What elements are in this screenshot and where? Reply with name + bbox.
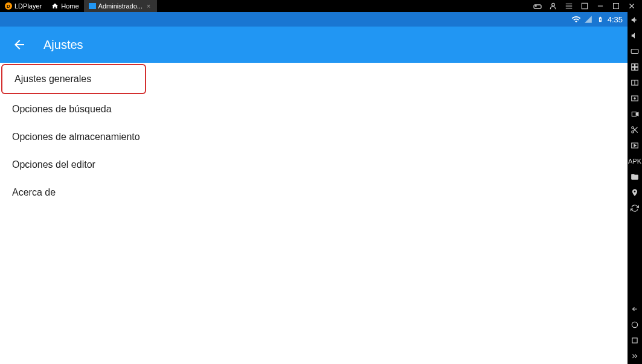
app-tab: D LDPlayer — [0, 0, 47, 12]
shared-folder-icon[interactable] — [629, 171, 640, 182]
volume-up-icon[interactable] — [629, 14, 640, 25]
svg-rect-18 — [632, 112, 636, 117]
admin-tab[interactable]: Administrado... × — [84, 0, 157, 12]
emulator-sidebar: APK — [628, 12, 642, 364]
keyboard-icon[interactable] — [629, 46, 640, 57]
back-button[interactable] — [12, 37, 27, 52]
home-tab[interactable]: Home — [47, 0, 83, 12]
battery-icon — [595, 14, 605, 24]
emulator-screen: 4:35 Ajustes Ajustes generales Opciones … — [0, 12, 628, 364]
svg-rect-4 — [582, 3, 587, 8]
statusbar-time: 4:35 — [608, 15, 623, 24]
android-statusbar: 4:35 — [0, 12, 628, 27]
app-name-label: LDPlayer — [14, 2, 42, 10]
scissors-icon[interactable] — [629, 124, 640, 135]
home-icon — [51, 2, 59, 10]
wifi-icon — [571, 14, 581, 24]
recent-nav-icon[interactable] — [629, 335, 640, 346]
home-tab-label: Home — [61, 2, 79, 10]
folder-icon — [89, 3, 96, 9]
settings-item-label: Ajustes generales — [14, 74, 91, 84]
expand-icon[interactable] — [629, 351, 640, 362]
app-toolbar: Ajustes — [0, 27, 628, 63]
settings-item-general[interactable]: Ajustes generales — [1, 64, 146, 94]
settings-item-label: Opciones de búsqueda — [12, 104, 112, 114]
svg-rect-6 — [614, 4, 619, 9]
svg-marker-25 — [634, 144, 637, 147]
svg-rect-13 — [635, 68, 638, 71]
svg-point-27 — [632, 322, 637, 327]
close-tab-icon[interactable]: × — [145, 2, 152, 10]
svg-rect-11 — [635, 64, 638, 67]
svg-rect-12 — [632, 68, 635, 71]
admin-tab-label: Administrado... — [98, 2, 143, 10]
volume-down-icon[interactable] — [629, 30, 640, 41]
back-nav-icon[interactable] — [629, 304, 640, 315]
svg-rect-10 — [632, 64, 635, 67]
maximize-icon[interactable] — [611, 1, 621, 11]
settings-item-search[interactable]: Opciones de búsqueda — [0, 95, 628, 123]
user-icon[interactable] — [548, 1, 559, 11]
settings-item-about[interactable]: Acerca de — [0, 179, 628, 206]
record-icon[interactable] — [629, 109, 640, 120]
settings-item-label: Opciones de almacenamiento — [12, 132, 140, 142]
fullscreen-icon[interactable] — [579, 1, 590, 11]
window-titlebar: D LDPlayer Home Administrado... × — [0, 0, 642, 12]
svg-marker-19 — [636, 112, 638, 116]
home-nav-icon[interactable] — [629, 319, 640, 330]
svg-point-20 — [632, 127, 634, 129]
no-sim-icon — [583, 14, 593, 24]
sync-icon[interactable] — [629, 77, 640, 88]
gamepad-icon[interactable] — [532, 1, 543, 11]
screenshot-icon[interactable] — [629, 140, 640, 151]
rotate-icon[interactable] — [629, 203, 640, 214]
svg-rect-9 — [631, 49, 638, 54]
window-controls — [532, 1, 642, 11]
macro-icon[interactable] — [629, 93, 640, 104]
ldplayer-logo-icon: D — [5, 2, 12, 10]
close-window-icon[interactable] — [626, 1, 637, 11]
install-apk-icon[interactable]: APK — [629, 156, 640, 167]
svg-point-21 — [632, 131, 634, 133]
appbar-title: Ajustes — [43, 38, 83, 52]
menu-icon[interactable] — [563, 1, 574, 11]
multi-instance-icon[interactable] — [629, 62, 640, 72]
settings-list: Ajustes generales Opciones de búsqueda O… — [0, 63, 628, 364]
settings-item-label: Opciones del editor — [12, 159, 95, 170]
minimize-icon[interactable] — [595, 1, 606, 11]
gps-icon[interactable] — [629, 187, 640, 198]
svg-rect-28 — [632, 338, 637, 343]
settings-item-editor[interactable]: Opciones del editor — [0, 151, 628, 179]
settings-item-label: Acerca de — [12, 187, 56, 197]
svg-point-0 — [552, 3, 555, 6]
settings-item-storage[interactable]: Opciones de almacenamiento — [0, 123, 628, 151]
svg-point-17 — [634, 98, 635, 99]
